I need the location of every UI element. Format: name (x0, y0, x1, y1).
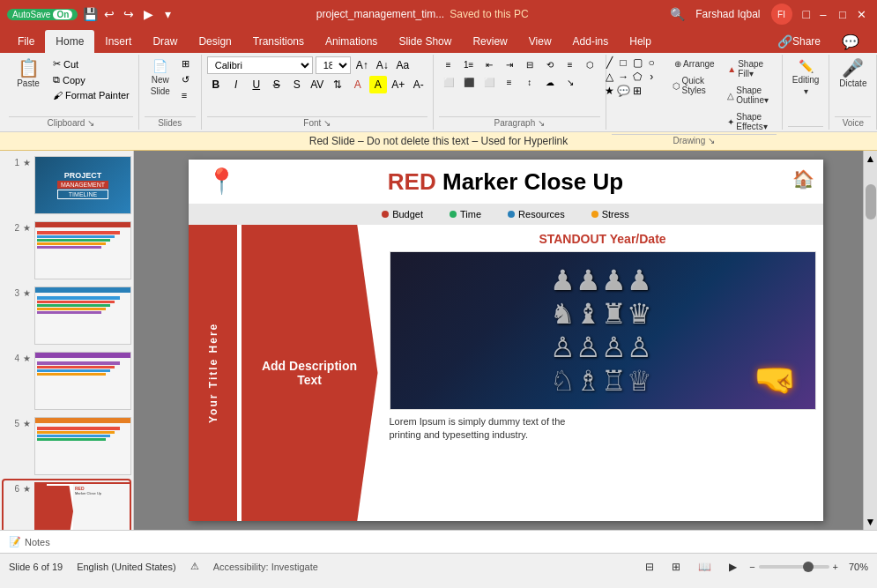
shape-fill-button[interactable]: ▲ Shape Fill▾ (723, 56, 784, 81)
chevron-shape[interactable]: › (645, 71, 658, 83)
normal-view-button[interactable]: ⊟ (640, 559, 659, 575)
clipboard-expand-icon[interactable]: ↘ (87, 118, 94, 128)
align-right-button[interactable]: ⬜ (479, 74, 499, 90)
slide-canvas[interactable]: 📍 RED Marker Close Up 🏠 Budget Time (189, 160, 823, 521)
star-shape[interactable]: ★ (603, 85, 615, 97)
convert-to-smartart-button[interactable]: ⬡ (581, 56, 600, 72)
format-painter-button[interactable]: 🖌Format Painter (49, 88, 133, 102)
share-button[interactable]: 🔗 Share (767, 30, 831, 53)
shape-outline-button[interactable]: △ Shape Outline▾ (723, 83, 784, 108)
zoom-level[interactable]: 70% (842, 562, 868, 572)
ribbon-toggle-icon[interactable]: □ (803, 7, 810, 21)
new-slide-button[interactable]: 📄 New Slide (145, 56, 176, 99)
tab-transitions[interactable]: Transitions (242, 30, 315, 53)
tab-animations[interactable]: Animations (315, 30, 388, 53)
tab-review[interactable]: Review (462, 30, 517, 53)
reset-button[interactable]: ↺ (178, 72, 196, 87)
slide-sorter-button[interactable]: ⊞ (666, 559, 686, 575)
tab-view[interactable]: View (518, 30, 562, 53)
comments-button[interactable]: 💬 (831, 30, 870, 53)
align-left-button[interactable]: ⬜ (439, 74, 458, 90)
line-spacing-button[interactable]: ↕ (520, 74, 539, 90)
scroll-up-button[interactable]: ▲ (864, 151, 877, 167)
tab-design[interactable]: Design (188, 30, 242, 53)
columns-button[interactable]: ⊟ (520, 56, 539, 72)
highlight-button[interactable]: A (369, 76, 387, 93)
align-center-button[interactable]: ⬛ (459, 74, 479, 90)
font-size-decrease2[interactable]: A- (410, 76, 427, 93)
user-avatar[interactable]: FI (771, 4, 792, 25)
maximize-button[interactable]: □ (835, 6, 851, 22)
line-shape[interactable]: ╱ (603, 56, 615, 69)
autosave-badge[interactable]: AutoSave On (7, 9, 78, 20)
rounded-rect-shape[interactable]: ▢ (631, 56, 643, 69)
paste-button[interactable]: 📋 Paste (9, 56, 48, 91)
scroll-down-button[interactable]: ▼ (864, 514, 877, 530)
tab-home[interactable]: Home (45, 30, 94, 53)
more-shapes[interactable]: ⊞ (631, 85, 643, 97)
rect-shape[interactable]: □ (617, 56, 629, 69)
drawing-expand-icon[interactable]: ↘ (708, 136, 715, 145)
slide-item-1[interactable]: 1 ★ PROJECT MANAGEMENT TIMELINE (4, 154, 130, 216)
bold-button[interactable]: B (207, 76, 225, 93)
shadow-para-button[interactable]: ☁ (540, 74, 560, 90)
dictate-button[interactable]: 🎤 Dictate (835, 56, 871, 91)
justify-button[interactable]: ≡ (500, 74, 519, 90)
accessibility-text[interactable]: Accessibility: Investigate (213, 562, 318, 572)
bullet-list-button[interactable]: ≡ (439, 56, 458, 72)
arrange-button[interactable]: ⊕ Arrange (668, 56, 722, 71)
editing-dropdown-icon[interactable]: ▾ (804, 86, 808, 96)
oval-shape[interactable]: ○ (645, 56, 658, 69)
vertical-scrollbar[interactable]: ▲ ▼ (863, 151, 877, 530)
pentagon-shape[interactable]: ⬠ (631, 71, 643, 83)
present-icon[interactable]: ▶ (141, 7, 155, 21)
zoom-slider[interactable] (759, 565, 829, 569)
tab-draw[interactable]: Draw (142, 30, 188, 53)
scroll-thumb[interactable] (866, 184, 876, 220)
shadow-button[interactable]: S (288, 76, 306, 93)
align-text-button[interactable]: ≡ (561, 56, 580, 72)
minimize-button[interactable]: – (815, 6, 831, 22)
para-expand-icon[interactable]: ↘ (538, 118, 545, 128)
triangle-shape[interactable]: △ (603, 71, 615, 83)
callout-shape[interactable]: 💬 (617, 85, 629, 97)
slide-item-2[interactable]: 2 ★ (4, 220, 130, 281)
font-size-increase2[interactable]: A+ (390, 76, 407, 93)
tab-insert[interactable]: Insert (94, 30, 142, 53)
autosave-status[interactable]: On (53, 10, 72, 19)
text-direction-para-button[interactable]: ⟲ (540, 56, 560, 72)
layout-button[interactable]: ⊞ (178, 56, 196, 71)
para-expand[interactable]: ↘ (561, 74, 580, 90)
strikethrough-button[interactable]: S (268, 76, 286, 93)
tab-file[interactable]: File (7, 30, 45, 53)
clear-format-button[interactable]: Aa (394, 56, 412, 74)
slide-item-3[interactable]: 3 ★ (4, 285, 130, 346)
reading-view-button[interactable]: 📖 (693, 559, 717, 575)
font-color-button[interactable]: A (349, 76, 367, 93)
undo-icon[interactable]: ↩ (102, 7, 116, 21)
search-icon[interactable]: 🔍 (670, 7, 685, 21)
tab-help[interactable]: Help (619, 30, 662, 53)
font-expand-icon[interactable]: ↘ (323, 118, 331, 128)
arrow-shape[interactable]: → (617, 71, 629, 83)
shape-effects-button[interactable]: ✦ Shape Effects▾ (723, 109, 784, 134)
more-tools-icon[interactable]: ▾ (160, 7, 175, 21)
italic-button[interactable]: I (227, 76, 245, 93)
redo-icon[interactable]: ↪ (122, 7, 136, 21)
indent-decrease-button[interactable]: ⇤ (479, 56, 499, 72)
slide-item-4[interactable]: 4 ★ (4, 350, 130, 412)
font-size-select[interactable]: 18 (316, 56, 351, 74)
slideshow-button[interactable]: ▶ (724, 559, 742, 575)
tab-addins[interactable]: Add-ins (562, 30, 620, 53)
tab-slideshow[interactable]: Slide Show (388, 30, 462, 53)
increase-font-button[interactable]: A↑ (353, 56, 371, 74)
save-icon[interactable]: 💾 (83, 7, 97, 21)
numbered-list-button[interactable]: 1≡ (459, 56, 479, 72)
slide-item-5[interactable]: 5 ★ (4, 415, 130, 477)
quick-styles-button[interactable]: ⬡ Quick Styles (668, 73, 722, 98)
underline-button[interactable]: U (248, 76, 265, 93)
notes-bar[interactable]: 📝 Notes (0, 530, 877, 553)
text-direction-button[interactable]: ⇅ (329, 76, 346, 93)
zoom-out-button[interactable]: − (749, 562, 754, 572)
section-button[interactable]: ≡ (178, 88, 196, 102)
